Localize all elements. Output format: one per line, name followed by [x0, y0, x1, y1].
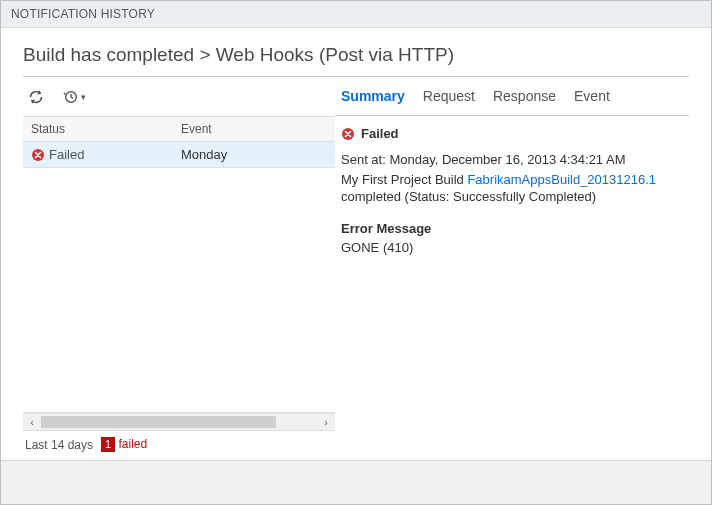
tab-summary[interactable]: Summary — [341, 80, 405, 112]
page-heading: Build has completed > Web Hooks (Post vi… — [1, 28, 711, 76]
build-prefix: My First Project Build — [341, 172, 467, 187]
scroll-thumb[interactable] — [41, 416, 276, 428]
window-title: NOTIFICATION HISTORY — [1, 1, 711, 28]
error-heading: Error Message — [341, 220, 683, 238]
grid-body: Failed Monday — [23, 142, 335, 413]
error-icon — [31, 148, 45, 162]
history-range-dropdown[interactable]: ▾ — [63, 89, 86, 105]
failed-word: failed — [119, 437, 148, 451]
tab-response[interactable]: Response — [493, 80, 556, 112]
build-link[interactable]: FabrikamAppsBuild_20131216.1 — [467, 172, 656, 187]
horizontal-scrollbar[interactable]: ‹ › — [23, 413, 335, 431]
range-label: Last 14 days — [25, 438, 93, 452]
history-list-pane: ▾ Status Event Failed — [23, 76, 335, 460]
chevron-down-icon: ▾ — [81, 92, 86, 102]
scroll-right-icon[interactable]: › — [317, 414, 335, 430]
detail-status-label: Failed — [361, 126, 399, 141]
table-row[interactable]: Failed Monday — [23, 142, 335, 168]
tab-request[interactable]: Request — [423, 80, 475, 112]
scroll-track[interactable] — [41, 416, 317, 428]
list-footer: Last 14 days 1 failed — [23, 431, 335, 460]
tab-event[interactable]: Event — [574, 80, 610, 112]
build-line: My First Project Build FabrikamAppsBuild… — [341, 171, 683, 206]
window-footer-strip — [1, 460, 711, 504]
list-toolbar: ▾ — [23, 76, 335, 116]
detail-pane: Summary Request Response Event Failed Se… — [335, 76, 689, 460]
error-body: GONE (410) — [341, 239, 683, 257]
sent-at-line: Sent at: Monday, December 16, 2013 4:34:… — [341, 151, 683, 169]
column-header-event[interactable]: Event — [173, 117, 335, 141]
build-suffix: completed (Status: Successfully Complete… — [341, 189, 596, 204]
grid-header: Status Event — [23, 116, 335, 142]
row-status-text: Failed — [49, 147, 84, 162]
summary-panel: Failed Sent at: Monday, December 16, 201… — [335, 116, 689, 269]
row-event-text: Monday — [173, 142, 335, 167]
detail-tabs: Summary Request Response Event — [335, 76, 689, 116]
scroll-left-icon[interactable]: ‹ — [23, 414, 41, 430]
error-icon — [341, 127, 355, 141]
column-header-status[interactable]: Status — [23, 117, 173, 141]
refresh-icon[interactable] — [27, 88, 45, 106]
failed-count-badge: 1 — [101, 437, 115, 452]
